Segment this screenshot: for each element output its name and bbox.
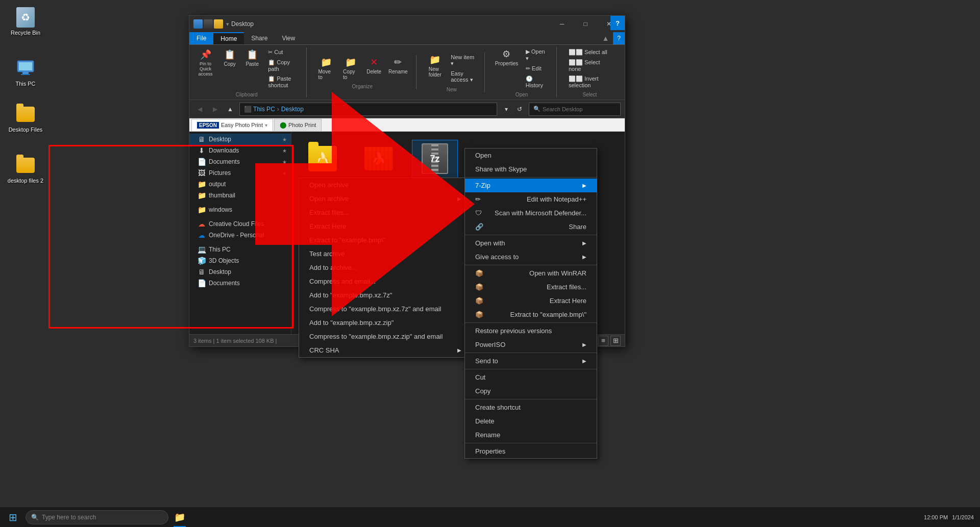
pin-to-quick-access-button[interactable]: 📌 Pin to Quickaccess xyxy=(193,47,217,78)
sidebar-item-this-pc[interactable]: 💻 This PC xyxy=(189,244,291,255)
taskbar-explorer-button[interactable]: 📁 xyxy=(168,507,191,528)
ctx-compress-email[interactable]: Compress and email... xyxy=(299,274,472,288)
copy-button[interactable]: 📋 Copy xyxy=(219,47,240,68)
copy-path-button[interactable]: 📋 Copy path xyxy=(264,58,300,73)
ctx-main-create-shortcut[interactable]: Create shortcut xyxy=(465,400,597,414)
tab-share[interactable]: Share xyxy=(244,32,275,44)
minimize-button[interactable]: ─ xyxy=(550,16,574,32)
search-input[interactable] xyxy=(543,106,616,112)
forward-button[interactable]: ▶ xyxy=(209,103,221,115)
ctx-main-rename[interactable]: Rename xyxy=(465,428,597,442)
desktop-files-icon[interactable]: Desktop Files xyxy=(5,102,46,135)
ribbon-group-select: ⬜⬜ Select all ⬜⬜ Select none ⬜⬜ Invert s… xyxy=(565,47,621,97)
ctx-extract-here[interactable]: Extract Here xyxy=(299,219,472,233)
select-all-button[interactable]: ⬜⬜ Select all xyxy=(565,47,615,57)
photo-print-tab[interactable]: ⬤ Photo Print xyxy=(274,119,322,131)
ctx-main-give-access[interactable]: Give access to ▶ xyxy=(465,250,597,264)
delete-button[interactable]: ✕ Delete xyxy=(364,55,384,76)
ctx-main-send-to[interactable]: Send to ▶ xyxy=(465,354,597,368)
history-button[interactable]: 🕐 History xyxy=(522,74,550,90)
ctx-main-cut[interactable]: Cut xyxy=(465,370,597,384)
ctx-main-share[interactable]: 🔗 Share xyxy=(465,220,597,234)
sidebar-item-downloads[interactable]: ⬇ Downloads ★ xyxy=(189,145,291,156)
ctx-main-extract-files[interactable]: 📦 Extract files... xyxy=(465,280,597,294)
cut-button[interactable]: ✂ Cut xyxy=(264,47,300,57)
help-ribbon-button[interactable]: ? xyxy=(613,32,625,44)
tab-file[interactable]: File xyxy=(189,32,213,44)
paste-button[interactable]: 📋 Paste xyxy=(242,47,262,68)
sidebar-item-documents[interactable]: 📄 Documents ★ xyxy=(189,156,291,167)
this-pc-icon[interactable]: This PC xyxy=(5,56,46,89)
easy-access-button[interactable]: Easy access ▾ xyxy=(447,69,478,85)
ctx-open-archive-2[interactable]: Open archive ▶ xyxy=(299,192,472,206)
details-view-button[interactable]: ≡ xyxy=(598,336,608,346)
rename-button[interactable]: ✏ Rename xyxy=(386,55,410,76)
help-button[interactable]: ? xyxy=(610,16,625,30)
path-this-pc[interactable]: ⬛ This PC xyxy=(244,106,275,113)
open-button[interactable]: ▶ Open ▾ xyxy=(522,47,550,63)
recycle-bin-icon[interactable]: Recycle Bin xyxy=(5,5,46,38)
copy-to-button[interactable]: 📁 Copy to xyxy=(339,55,362,82)
ctx-main-open[interactable]: Open xyxy=(465,148,597,162)
ctx-extract-files[interactable]: Extract files... xyxy=(299,206,472,219)
paste-shortcut-button[interactable]: 📋 Paste shortcut xyxy=(264,74,300,90)
tab-home[interactable]: Home xyxy=(213,32,244,44)
properties-button[interactable]: ⚙ Properties xyxy=(493,47,520,68)
ctx-crc-sha[interactable]: CRC SHA ▶ xyxy=(299,343,472,357)
ctx-compress-xz-zip-email[interactable]: Compress to "example.bmp.xz.zip" and ema… xyxy=(299,330,472,343)
invert-selection-button[interactable]: ⬜⬜ Invert selection xyxy=(565,74,615,90)
sidebar-item-creative-cloud[interactable]: ☁ Creative Cloud Files xyxy=(189,218,291,230)
ctx-main-defender[interactable]: 🛡 Scan with Microsoft Defender... xyxy=(465,206,597,220)
sidebar-item-windows[interactable]: 📁 windows xyxy=(189,204,291,215)
sidebar-item-thumbnail[interactable]: 📁 thumbnail xyxy=(189,190,291,201)
path-desktop[interactable]: Desktop xyxy=(281,106,304,113)
search-box[interactable]: 🔍 xyxy=(529,103,621,116)
ctx-main-copy[interactable]: Copy xyxy=(465,384,597,398)
address-path-bar[interactable]: ⬛ This PC › Desktop xyxy=(239,103,497,116)
ctx-add-bmp-xz-7z[interactable]: Add to "example.bmp.xz.7z" xyxy=(299,288,472,302)
ctx-compress-xz-7z-email[interactable]: Compress to "example.bmp.xz.7z" and emai… xyxy=(299,302,472,316)
ctx-main-properties[interactable]: Properties xyxy=(465,444,597,458)
refresh-button[interactable]: ↺ xyxy=(513,103,526,115)
edit-button[interactable]: ✏ Edit xyxy=(522,64,550,73)
dropdown-button[interactable]: ▾ xyxy=(500,103,512,115)
ctx-main-extract-to[interactable]: 📦 Extract to "example.bmp\" xyxy=(465,308,597,321)
ctx-main-share-skype[interactable]: Share with Skype xyxy=(465,162,597,176)
tab-view[interactable]: View xyxy=(275,32,302,44)
sidebar-item-desktop-pc[interactable]: 🖥 Desktop xyxy=(189,266,291,278)
ctx-main-extract-here[interactable]: 📦 Extract Here xyxy=(465,294,597,308)
back-button[interactable]: ◀ xyxy=(193,103,206,115)
ctx-main-delete[interactable]: Delete xyxy=(465,414,597,428)
move-to-button[interactable]: 📁 Move to xyxy=(315,55,338,82)
new-item-button[interactable]: New item ▾ xyxy=(447,53,478,68)
ribbon-collapse-button[interactable]: ▲ xyxy=(598,32,613,44)
ctx-main-notepad-plus[interactable]: ✏ Edit with Notepad++ xyxy=(465,192,597,206)
ctx-main-poweriso[interactable]: PowerISO ▶ xyxy=(465,338,597,352)
epson-tab[interactable]: EPSON Easy Photo Print ▾ xyxy=(191,119,273,131)
ctx-main-open-winrar[interactable]: 📦 Open with WinRAR xyxy=(465,266,597,280)
taskbar-search-box[interactable]: 🔍 Type here to search xyxy=(26,510,168,524)
ctx-main-restore-versions[interactable]: Restore previous versions xyxy=(465,324,597,338)
up-button[interactable]: ▲ xyxy=(224,103,236,115)
sidebar-item-3d-objects[interactable]: 🧊 3D Objects xyxy=(189,255,291,266)
sidebar-item-output[interactable]: 📁 output xyxy=(189,179,291,190)
sidebar-item-pictures[interactable]: 🖼 Pictures ★ xyxy=(189,167,291,179)
select-none-button[interactable]: ⬜⬜ Select none xyxy=(565,58,615,73)
maximize-button[interactable]: □ xyxy=(574,16,597,32)
ctx-extract-to[interactable]: Extract to "example.bmp\" xyxy=(299,233,472,247)
sidebar-item-onedrive[interactable]: ☁ OneDrive - Personal xyxy=(189,230,291,241)
desktop-files-2-icon[interactable]: desktop files 2 xyxy=(5,153,46,186)
ctx-main-open-with[interactable]: Open with ▶ xyxy=(465,236,597,250)
ctx-add-bmp-xz-zip[interactable]: Add to "example.bmp.xz.zip" xyxy=(299,316,472,330)
new-folder-button[interactable]: 📁 Newfolder xyxy=(425,53,445,79)
ctx-main-7zip[interactable]: 7-Zip ▶ xyxy=(465,179,597,192)
large-icons-view-button[interactable]: ⊞ xyxy=(610,336,621,346)
sidebar-item-documents-pc[interactable]: 📄 Documents xyxy=(189,278,291,289)
ctx-add-to-archive[interactable]: Add to archive... xyxy=(299,261,472,274)
epson-dropdown[interactable]: ▾ xyxy=(265,122,267,128)
start-button[interactable]: ⊞ xyxy=(0,507,26,528)
sidebar-item-desktop[interactable]: 🖥 Desktop ★ xyxy=(189,134,291,145)
ctx-test-archive[interactable]: Test archive xyxy=(299,247,472,261)
photo-print-label: Photo Print xyxy=(288,122,316,128)
ctx-open-archive-1[interactable]: Open archive xyxy=(299,178,472,192)
